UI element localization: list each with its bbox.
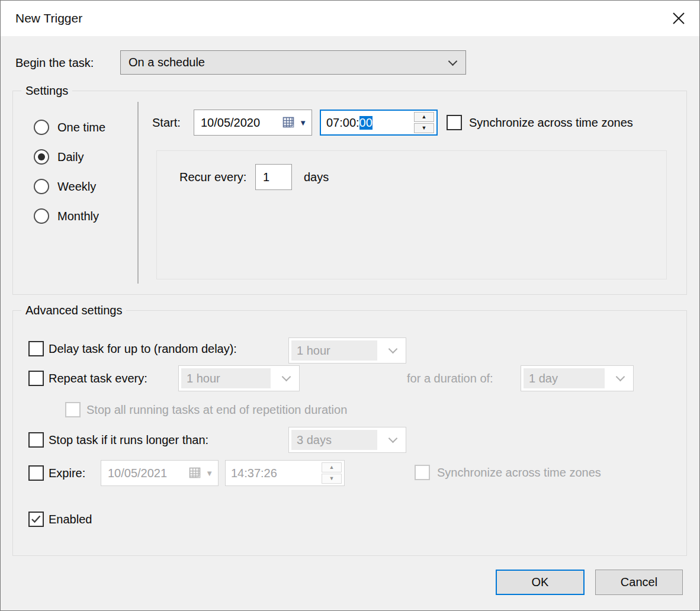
start-date-picker[interactable]: 10/05/2020 ▼ xyxy=(194,110,312,136)
recur-every-value: 1 xyxy=(263,171,269,184)
cancel-button[interactable]: Cancel xyxy=(595,570,683,595)
spin-down-icon: ▼ xyxy=(322,474,342,484)
calendar-icon xyxy=(189,467,202,480)
spin-up-icon: ▲ xyxy=(322,462,342,472)
repeat-duration-value: 1 day xyxy=(529,372,558,385)
stop-task-duration-value: 3 days xyxy=(297,433,332,447)
advanced-settings-legend: Advanced settings xyxy=(21,303,126,318)
expire-time-picker: 14:37:26 ▲ ▼ xyxy=(225,460,345,486)
close-button[interactable] xyxy=(666,8,691,29)
delay-duration-value: 1 hour xyxy=(297,344,330,358)
spin-down-icon[interactable]: ▼ xyxy=(414,123,434,133)
repeat-interval-value: 1 hour xyxy=(187,372,220,385)
stop-task-duration-dropdown: 3 days xyxy=(288,427,406,453)
daily-options-panel: Recur every: 1 days xyxy=(156,150,667,279)
radio-daily[interactable] xyxy=(34,149,49,165)
settings-separator xyxy=(137,102,139,284)
chevron-down-icon xyxy=(282,372,291,382)
checkmark-icon xyxy=(31,514,41,524)
begin-task-label: Begin the task: xyxy=(15,55,94,70)
chevron-down-icon xyxy=(448,56,458,66)
start-label: Start: xyxy=(152,115,181,130)
chevron-down-icon xyxy=(616,372,625,382)
expire-sync-timezones-label: Synchronize across time zones xyxy=(437,465,601,480)
cancel-button-label: Cancel xyxy=(621,575,657,589)
expire-date-picker: 10/05/2021 ▼ xyxy=(101,460,219,486)
start-time-spinner: ▲ ▼ xyxy=(414,112,434,133)
expire-date-value: 10/05/2021 xyxy=(108,467,167,480)
delay-duration-dropdown: 1 hour xyxy=(288,337,406,364)
calendar-icon xyxy=(282,117,296,129)
radio-one-time-label: One time xyxy=(57,120,105,135)
delay-task-label: Delay task for up to (random delay): xyxy=(49,341,237,356)
repeat-task-label: Repeat task every: xyxy=(49,371,147,386)
recur-every-label: Recur every: xyxy=(179,169,246,185)
recur-unit-label: days xyxy=(304,169,329,185)
repeat-interval-dropdown: 1 hour xyxy=(178,365,300,391)
start-date-value: 10/05/2020 xyxy=(201,116,260,130)
radio-one-time[interactable] xyxy=(34,120,49,135)
repeat-duration-dropdown: 1 day xyxy=(521,365,634,391)
close-icon xyxy=(671,11,686,26)
sync-timezones-checkbox[interactable] xyxy=(447,115,462,130)
radio-weekly-label: Weekly xyxy=(57,179,96,194)
start-time-picker[interactable]: 07:00:00 ▲ ▼ xyxy=(320,110,438,136)
radio-weekly[interactable] xyxy=(34,179,49,194)
ok-button[interactable]: OK xyxy=(496,570,585,595)
expire-label: Expire: xyxy=(49,465,85,481)
repeat-duration-label: for a duration of: xyxy=(407,371,493,386)
delay-task-checkbox[interactable] xyxy=(28,341,44,356)
radio-selected-dot xyxy=(38,153,45,160)
date-dropdown-icon[interactable]: ▼ xyxy=(299,118,307,127)
radio-daily-label: Daily xyxy=(57,149,84,165)
ok-button-label: OK xyxy=(532,575,549,589)
stop-all-tasks-label: Stop all running tasks at end of repetit… xyxy=(86,402,347,417)
chevron-down-icon xyxy=(388,345,398,354)
expire-sync-timezones-checkbox xyxy=(415,465,430,480)
settings-legend: Settings xyxy=(21,83,72,98)
chevron-down-icon xyxy=(388,434,398,443)
recur-every-input[interactable]: 1 xyxy=(255,164,292,190)
dialog-title: New Trigger xyxy=(15,11,82,25)
spin-up-icon[interactable]: ▲ xyxy=(414,112,434,122)
start-time-prefix: 07:00: xyxy=(326,116,359,130)
begin-task-dropdown[interactable]: On a schedule xyxy=(120,50,466,75)
titlebar: New Trigger xyxy=(1,1,699,36)
settings-group: Settings One time Daily Weekly Monthly S… xyxy=(12,91,687,295)
expire-time-value: 14:37:26 xyxy=(231,467,277,480)
new-trigger-dialog: New Trigger Begin the task: On a schedul… xyxy=(0,0,700,611)
date-dropdown-icon: ▼ xyxy=(205,469,213,478)
stop-task-label: Stop task if it runs longer than: xyxy=(49,432,208,448)
enabled-checkbox[interactable] xyxy=(28,512,44,527)
enabled-label: Enabled xyxy=(49,512,92,527)
stop-all-tasks-checkbox xyxy=(65,402,81,417)
expire-time-spinner: ▲ ▼ xyxy=(322,462,342,484)
stop-task-checkbox[interactable] xyxy=(28,432,44,448)
expire-checkbox[interactable] xyxy=(28,465,44,481)
radio-monthly-label: Monthly xyxy=(57,208,99,224)
advanced-settings-group: Advanced settings Delay task for up to (… xyxy=(12,310,687,556)
start-time-selected-segment: 00 xyxy=(359,116,373,130)
radio-monthly[interactable] xyxy=(34,208,49,224)
begin-task-value: On a schedule xyxy=(129,56,205,69)
repeat-task-checkbox[interactable] xyxy=(28,371,44,386)
sync-timezones-label: Synchronize across time zones xyxy=(469,115,633,130)
